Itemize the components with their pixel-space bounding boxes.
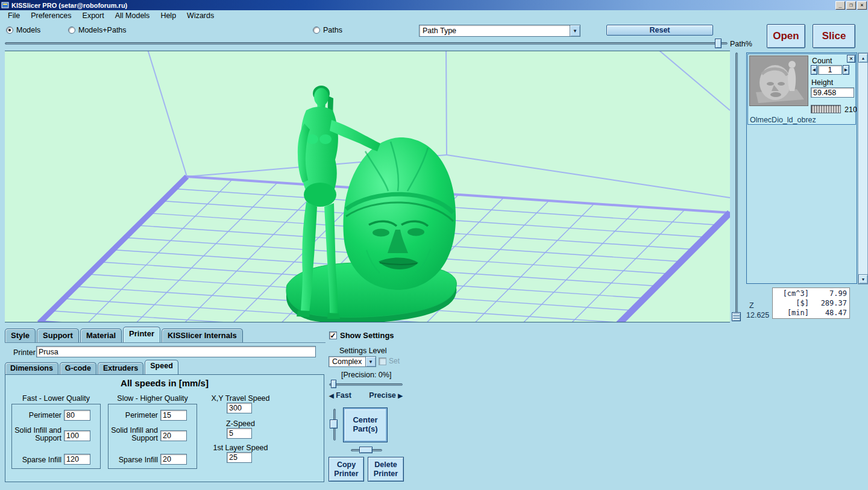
precision-label: [Precision: 0%]: [341, 371, 391, 379]
menu-bar: File Preferences Export All Models Help …: [0, 10, 868, 21]
menu-file[interactable]: File: [2, 10, 25, 21]
nudge-slider-horizontal[interactable]: [351, 446, 382, 454]
travel-speed-label: X,Y Travel Speed: [204, 394, 277, 403]
slow-speed-group: Perimeter Solid Infill and Support Spars…: [108, 404, 197, 469]
precision-thumb[interactable]: [331, 380, 336, 388]
tab-kisslicer-internals[interactable]: KISSlicer Internals: [162, 328, 243, 342]
nudge-slider-thumb[interactable]: [359, 447, 373, 453]
menu-export[interactable]: Export: [77, 10, 110, 21]
fast-perimeter-input[interactable]: [64, 410, 90, 421]
dropdown-arrow-icon[interactable]: ▼: [570, 25, 580, 36]
restore-button[interactable]: ❐: [846, 1, 856, 10]
print-stats-box: [cm^3] 7.99 [$] 289.37 [min] 48.47: [772, 287, 850, 319]
tab-style[interactable]: Style: [5, 328, 36, 342]
model-list-scrollbar[interactable]: ▲ ▼: [858, 52, 868, 284]
stat-volume-value: 7.99: [809, 289, 847, 298]
open-button[interactable]: Open: [767, 24, 805, 48]
minimize-button[interactable]: _: [835, 1, 845, 10]
radio-paths[interactable]: Paths: [313, 26, 342, 34]
count-increment-icon[interactable]: ▶: [843, 65, 849, 75]
radio-paths-dot: [313, 27, 320, 34]
settings-level-dropdown[interactable]: Complex ▼: [329, 356, 376, 367]
center-parts-button[interactable]: Center Part(s): [343, 407, 388, 442]
tab-material[interactable]: Material: [80, 328, 122, 342]
viewport-3d-scene[interactable]: [5, 51, 730, 322]
model-thumbnail[interactable]: [749, 55, 808, 106]
tab-printer[interactable]: Printer: [123, 327, 160, 342]
settings-level-label: Settings Level: [339, 347, 387, 355]
settings-level-arrow-icon[interactable]: ▼: [365, 357, 376, 366]
delete-printer-button[interactable]: Delete Printer: [368, 457, 404, 482]
slow-perimeter-input[interactable]: [160, 410, 187, 421]
stat-volume-label: [cm^3]: [775, 289, 809, 298]
fast-arrow-icon: ◀: [329, 392, 334, 399]
path-percent-slider[interactable]: [5, 38, 728, 49]
path-type-dropdown[interactable]: Path Type ▼: [419, 25, 580, 37]
fast-sparse-infill-label: Sparse Infill: [12, 456, 61, 464]
scale-slider-vertical[interactable]: [330, 407, 339, 442]
first-layer-speed-label: 1st Layer Speed: [204, 444, 277, 452]
menu-wizards[interactable]: Wizards: [181, 10, 219, 21]
fast-solid-infill-input[interactable]: [64, 430, 90, 441]
height-input[interactable]: [811, 87, 854, 98]
first-layer-speed-input[interactable]: [227, 452, 252, 463]
viewport-3d[interactable]: [5, 51, 730, 322]
slow-sparse-infill-input[interactable]: [160, 454, 187, 465]
tab-extruders[interactable]: Extruders: [98, 362, 143, 374]
count-decrement-icon[interactable]: ◀: [811, 65, 817, 75]
radio-models-paths-dot: [68, 27, 75, 34]
z-slider-thumb[interactable]: [732, 312, 741, 321]
stat-time-label: [min]: [775, 308, 809, 318]
slice-button[interactable]: Slice: [813, 24, 855, 48]
tab-speed[interactable]: Speed: [145, 360, 178, 374]
radio-models[interactable]: Models: [6, 26, 40, 34]
z-slider[interactable]: [731, 51, 742, 322]
title-bar[interactable]: KISSlicer PRO (setar@roboforum.ru) _ ❐ ✕: [0, 0, 868, 10]
close-button[interactable]: ✕: [857, 1, 867, 10]
tab-support[interactable]: Support: [37, 328, 79, 342]
stat-time-value: 48.47: [809, 308, 847, 318]
fast-group-title: Fast - Lower Quality: [11, 394, 101, 403]
count-value[interactable]: 1: [818, 65, 842, 75]
scroll-down-icon[interactable]: ▼: [858, 274, 868, 284]
reset-button[interactable]: Reset: [606, 25, 713, 36]
precision-groove: [329, 383, 403, 386]
menu-all-models[interactable]: All Models: [110, 10, 156, 21]
radio-models-label: Models: [16, 26, 40, 34]
tab-gcode[interactable]: G-code: [60, 362, 96, 374]
slow-solid-infill-input[interactable]: [160, 430, 187, 441]
stat-volume: [cm^3] 7.99: [775, 289, 847, 298]
show-settings-checkbox[interactable]: ✓ Show Settings: [329, 331, 394, 340]
layer-preview-slider[interactable]: [811, 105, 841, 113]
travel-speed-input[interactable]: [227, 403, 252, 413]
precise-arrow-icon: ▶: [398, 392, 403, 399]
model-card[interactable]: ✕ Count ◀ 1 ▶ Height 210 OlmecDio_ld_obr…: [747, 54, 856, 125]
scale-slider-thumb[interactable]: [330, 419, 338, 429]
set-checkbox-box: [379, 357, 386, 365]
count-label: Count: [812, 57, 832, 65]
set-label: Set: [389, 357, 400, 365]
precise-end: Precise ▶: [369, 391, 403, 400]
menu-preferences[interactable]: Preferences: [25, 10, 77, 21]
z-speed-input[interactable]: [227, 428, 252, 439]
radio-models-paths[interactable]: Models+Paths: [68, 26, 127, 34]
set-checkbox[interactable]: Set: [379, 357, 400, 365]
printer-label: Printer: [13, 348, 36, 357]
window-title: KISSlicer PRO (setar@roboforum.ru): [11, 2, 834, 9]
copy-printer-button[interactable]: Copy Printer: [329, 457, 364, 482]
check-glyph: ✓: [330, 333, 336, 339]
card-close-icon[interactable]: ✕: [847, 55, 855, 63]
z-slider-groove: [735, 52, 738, 321]
precision-slider[interactable]: [329, 379, 403, 389]
scroll-up-icon[interactable]: ▲: [858, 53, 868, 63]
fast-sparse-infill-input[interactable]: [64, 454, 90, 465]
slow-sparse-infill-label: Sparse Infill: [108, 456, 158, 464]
kisslicer-window: KISSlicer PRO (setar@roboforum.ru) _ ❐ ✕…: [0, 0, 868, 490]
path-slider-thumb[interactable]: [715, 39, 722, 48]
printer-name-input[interactable]: [36, 346, 316, 357]
tab-dimensions[interactable]: Dimensions: [5, 362, 58, 374]
model-name[interactable]: OlmecDio_ld_obrez: [750, 116, 816, 124]
height-label: Height: [811, 78, 833, 87]
menu-help[interactable]: Help: [155, 10, 181, 21]
slow-solid-infill-label: Solid Infill and Support: [108, 427, 158, 442]
